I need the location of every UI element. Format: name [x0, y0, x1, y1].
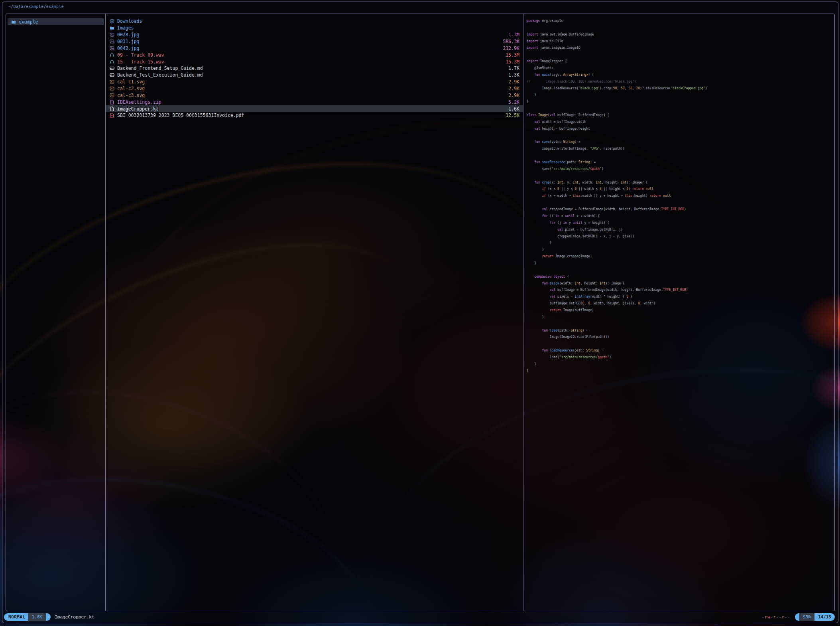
title-bar: ~/Data/example/example	[2, 2, 838, 13]
file-name: 0031.jpg	[117, 39, 139, 44]
path-breadcrumb: ~/Data/example/example	[8, 4, 64, 9]
file-size: 2.9K	[508, 93, 519, 98]
file-size: 1.7K	[508, 65, 519, 71]
file-name: SBI_0032013739_2023_DE05_0003155631Invoi…	[117, 113, 244, 118]
powerline-cap-icon	[46, 613, 51, 621]
file-size: 586.3K	[503, 39, 519, 44]
code-line: if (x < 0 || y < 0 || width < 0 || heigh…	[527, 186, 834, 193]
file-row[interactable]: ImageCropper.kt1.6K	[106, 105, 523, 112]
code-line: import javax.imageio.ImageIO	[527, 45, 834, 51]
status-right: -rw-r--r-- 93% 14/15	[762, 613, 835, 621]
file-name: IDEAsettings.zip	[117, 99, 161, 105]
file-name: Images	[117, 25, 134, 31]
file-row[interactable]: cal-c1.svg2.9K	[106, 79, 523, 85]
code-line: fun black(width: Int, height: Int): Imag…	[527, 280, 834, 287]
code-block: package org.exampleimport java.awt.image…	[523, 18, 834, 375]
file-name: 15 - Track 15.wav	[117, 59, 164, 65]
file-name: Backend_Test_Execution_Guide.md	[117, 72, 203, 78]
folder-icon	[11, 20, 16, 24]
file-row[interactable]: 15 - Track 15.wav15.3M	[106, 58, 523, 65]
file-name: 09 - Track 09.wav	[117, 52, 164, 58]
code-line	[527, 132, 834, 139]
image-icon	[110, 46, 115, 51]
file-size: 212.9K	[503, 45, 519, 51]
panels-frame: example DownloadsImages0028.jpg1.3M0031.…	[6, 14, 835, 611]
code-line: save("src/main/resources/$path")	[527, 166, 834, 173]
code-line: }	[527, 361, 834, 368]
file-row[interactable]: Images	[106, 25, 523, 32]
file-row[interactable]: Backend_Frontend_Setup_Guide.md1.7K	[106, 65, 523, 72]
code-line: }	[527, 99, 834, 105]
code-line: val pixels = IntArray(width * height) { …	[527, 294, 834, 300]
markdown-icon	[110, 73, 115, 77]
file-row[interactable]: 0028.jpg1.3M	[106, 32, 523, 38]
file-row[interactable]: cal-c3.svg2.9K	[106, 92, 523, 99]
code-line: // Image.black(100, 100).saveResource("b…	[527, 79, 834, 85]
code-line: croppedImage.setRGB(i - x, j - y, pixel)	[527, 233, 834, 240]
file-size: 15.3M	[506, 59, 519, 65]
code-line: }	[527, 314, 834, 321]
code-line: fun saveResource(path: String) =	[527, 159, 834, 166]
pdf-icon	[110, 113, 115, 118]
file-list: DownloadsImages0028.jpg1.3M0031.jpg586.3…	[106, 18, 523, 119]
code-line: package org.example	[527, 18, 834, 25]
code-line	[527, 267, 834, 274]
file-name: cal-c3.svg	[117, 93, 145, 98]
code-line: }	[527, 240, 834, 247]
scroll-percent: 93%	[799, 613, 814, 621]
code-line: ImageIO.write(buffImage, "JPG", File(pat…	[527, 146, 834, 152]
file-row[interactable]: Downloads	[106, 18, 523, 25]
code-line: val buffImage = BufferedImage(width, hei…	[527, 287, 834, 294]
code-line: @JvmStatic	[527, 65, 834, 72]
file-size: 15.3M	[506, 52, 519, 58]
code-line	[527, 25, 834, 32]
code-line: companion object {	[527, 274, 834, 280]
download-circle-icon	[110, 19, 115, 24]
code-line	[527, 152, 834, 159]
code-line: buffImage.setRGB(0, 0, width, height, pi…	[527, 300, 834, 307]
code-line	[527, 51, 834, 58]
file-row[interactable]: IDEAsettings.zip5.2K	[106, 99, 523, 105]
file-name: Backend_Frontend_Setup_Guide.md	[117, 65, 203, 71]
file-row[interactable]: Backend_Test_Execution_Guide.md1.3K	[106, 72, 523, 79]
markdown-icon	[110, 66, 115, 71]
image-icon	[110, 39, 115, 44]
status-filename: ImageCropper.kt	[55, 614, 94, 620]
file-row[interactable]: cal-c2.svg2.9K	[106, 85, 523, 92]
code-line	[527, 105, 834, 112]
file-size: 2.9K	[508, 79, 519, 85]
code-line: return Image(croppedImage)	[527, 253, 834, 260]
file-row[interactable]: 0031.jpg586.3K	[106, 38, 523, 45]
code-line: class Image(val buffImage: BufferedImage…	[527, 112, 834, 119]
image-icon	[110, 86, 115, 91]
image-icon	[110, 32, 115, 37]
parent-dir-label: example	[19, 19, 38, 25]
code-line: fun save(path: String) =	[527, 139, 834, 146]
code-line: Image(ImageIO.read(File(path)))	[527, 334, 834, 341]
code-line: }	[527, 247, 834, 253]
code-line: fun crop(x: Int, y: Int, width: Int, hei…	[527, 180, 834, 186]
file-row[interactable]: SBI_0032013739_2023_DE05_0003155631Invoi…	[106, 112, 523, 119]
code-line: return Image(buffImage)	[527, 307, 834, 314]
parent-dir-item[interactable]: example	[8, 18, 104, 25]
file-name: ImageCropper.kt	[117, 106, 159, 112]
file-size: 1.3M	[508, 32, 519, 38]
code-line: val width = buffImage.width	[527, 119, 834, 126]
headphones-icon	[110, 59, 115, 64]
code-line: for (j in y until y + height) {	[527, 220, 834, 227]
code-line	[527, 321, 834, 328]
file-row[interactable]: 09 - Track 09.wav15.3M	[106, 51, 523, 58]
file-row[interactable]: 0042.jpg212.9K	[106, 45, 523, 51]
permissions: -rw-r--r--	[762, 614, 790, 620]
code-line: val height = buffImage.height	[527, 126, 834, 132]
image-icon	[110, 79, 115, 84]
file-size: 5.2K	[508, 99, 519, 105]
code-line: Image.loadResource("black.jpg").crop(50,…	[527, 85, 834, 92]
code-line: }	[527, 92, 834, 99]
status-left: NORMAL 1.6K ImageCropper.kt	[4, 613, 94, 621]
file-size: 1.6K	[508, 106, 519, 112]
code-line: fun main(args: Array<String>) {	[527, 72, 834, 79]
code-line: import java.awt.image.BufferedImage	[527, 32, 834, 38]
code-line: }	[527, 260, 834, 267]
folder-icon	[110, 26, 115, 30]
